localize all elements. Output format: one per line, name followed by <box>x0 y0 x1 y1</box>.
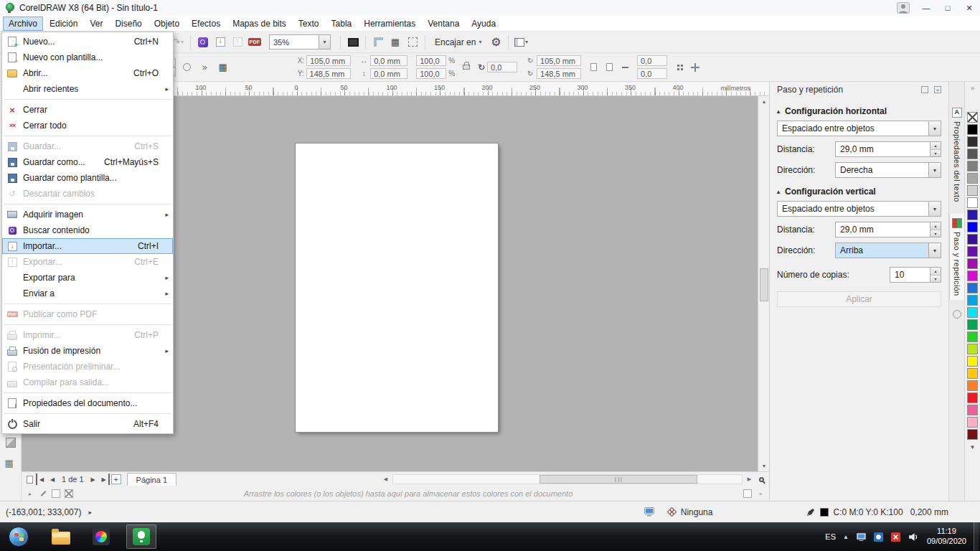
snap-options-button[interactable] <box>672 60 687 75</box>
docker-tab-paso-y-repeticion[interactable]: Paso y repetición <box>949 214 964 300</box>
fullscreen-preview-button[interactable] <box>344 34 362 51</box>
file-menu-item-abrir-recientes[interactable]: Abrir recientes▸ <box>2 81 173 97</box>
file-menu-item-cerrar-todo[interactable]: Cerrar todo <box>2 118 173 133</box>
file-menu-item-descartar-cambios[interactable]: Descartar cambios <box>2 186 173 202</box>
more-colors-icon[interactable]: » <box>756 489 765 498</box>
file-menu-item-guardar-como[interactable]: Guardar como...Ctrl+Mayús+S <box>2 154 173 170</box>
vertical-section-header[interactable]: ▴ Configuración vertical <box>777 187 941 197</box>
file-menu-item-nuevo[interactable]: Nuevo...Ctrl+N <box>2 34 173 50</box>
file-menu-item-propiedades-del-documento[interactable]: Propiedades del documento... <box>2 395 173 411</box>
first-page-button[interactable]: ◀ <box>36 474 46 485</box>
grid-settings-button[interactable]: ▦ <box>215 59 232 76</box>
document-color-button[interactable] <box>644 507 655 517</box>
file-menu-item-presentacion-preliminar[interactable]: Presentación preliminar... <box>2 359 173 375</box>
language-indicator[interactable]: ES <box>825 532 836 541</box>
minimize-button[interactable]: — <box>915 0 937 16</box>
color-swatch[interactable] <box>967 136 978 147</box>
spinner-buttons[interactable]: ▴▾ <box>930 222 941 237</box>
tray-volume-icon[interactable] <box>908 532 918 542</box>
search-content-button[interactable] <box>194 34 212 51</box>
menu-herramientas[interactable]: Herramientas <box>358 17 421 31</box>
flyout-arrow-icon[interactable]: ▸ <box>26 489 34 498</box>
spinner-buttons[interactable]: ▴▾ <box>930 268 941 282</box>
color-swatch[interactable] <box>967 392 978 403</box>
color-swatch[interactable] <box>967 246 978 257</box>
color-swatch[interactable] <box>967 429 978 440</box>
page-height-field[interactable]: 148,5 mm <box>537 68 581 79</box>
show-grid-button[interactable]: ▦ <box>387 34 404 51</box>
vertical-distance-value[interactable]: 29,0 mm <box>840 225 874 235</box>
eyedropper-tool-icon[interactable] <box>3 435 19 451</box>
file-menu-item-publicar-como-pdf[interactable]: Publicar como PDF <box>2 306 173 322</box>
docker-extra-icon[interactable] <box>953 310 961 319</box>
color-swatch[interactable] <box>967 234 978 245</box>
copies-value[interactable]: 10 <box>895 270 904 280</box>
file-menu-item-cerrar[interactable]: Cerrar <box>2 102 173 118</box>
publish-pdf-button[interactable]: PDF <box>246 34 263 51</box>
show-desktop-button[interactable] <box>974 522 979 551</box>
frame-icon[interactable] <box>52 489 60 498</box>
duplicate-x-field[interactable]: 0,0 <box>637 55 667 66</box>
color-swatch[interactable] <box>967 185 978 196</box>
color-swatch[interactable] <box>967 380 978 391</box>
last-page-button[interactable]: ▶ <box>100 474 110 485</box>
add-page-button[interactable]: + <box>111 474 121 484</box>
file-menu-item-guardar-como-plantilla[interactable]: Guardar como plantilla... <box>2 170 173 186</box>
show-rulers-button[interactable] <box>369 34 387 51</box>
horizontal-scrollbar[interactable] <box>392 474 743 484</box>
options-button[interactable]: ⚙ <box>487 34 504 51</box>
pb-misc-button-1[interactable] <box>585 60 601 75</box>
copies-spinner[interactable]: 10 ▴▾ <box>890 267 941 283</box>
menu-ventana[interactable]: Ventana <box>422 17 465 31</box>
scroll-down-button[interactable]: ▼ <box>758 461 769 471</box>
palette-flyout-icon[interactable]: » <box>971 85 974 95</box>
tray-alert-icon[interactable] <box>890 532 901 542</box>
overflow-chevron-icon[interactable]: » <box>202 62 207 72</box>
color-swatch[interactable] <box>967 161 978 171</box>
docker-close-icon[interactable]: × <box>934 86 941 93</box>
dropdown-caret-icon[interactable]: ▾ <box>928 243 941 258</box>
no-color-small-icon[interactable] <box>65 489 73 498</box>
color-swatch[interactable] <box>967 319 978 330</box>
file-menu-item-nuevo-con-plantilla[interactable]: Nuevo con plantilla... <box>2 50 173 65</box>
palette-options-icon[interactable] <box>743 489 752 498</box>
horizontal-section-header[interactable]: ▴ Configuración horizontal <box>777 106 941 116</box>
file-menu-item-buscar-contenido[interactable]: Buscar contenido <box>2 222 173 238</box>
file-menu-item-salir[interactable]: SalirAlt+F4 <box>2 416 173 432</box>
no-color-swatch[interactable] <box>967 112 978 123</box>
file-menu-item-fusion-de-impresion[interactable]: Fusión de impresión▸ <box>2 343 173 359</box>
color-swatch[interactable] <box>967 368 978 379</box>
object-height-field[interactable]: 0,0 mm <box>370 68 407 79</box>
horizontal-distance-spinner[interactable]: 29,0 mm ▴▾ <box>835 141 941 157</box>
x-position-field[interactable]: 105,0 mm <box>306 55 351 66</box>
taskbar-photopaint-button[interactable] <box>86 524 116 549</box>
start-button[interactable] <box>1 522 36 551</box>
color-swatch[interactable] <box>967 173 978 184</box>
taskbar-explorer-button[interactable] <box>46 524 76 549</box>
menu-ver[interactable]: Ver <box>84 17 108 31</box>
vertical-scrollbar-thumb[interactable] <box>760 268 768 301</box>
vertical-scrollbar[interactable]: ▲ ▼ <box>758 96 769 471</box>
scroll-up-button[interactable]: ▲ <box>758 96 769 107</box>
vertical-mode-dropdown[interactable]: Espaciado entre objetos ▾ <box>777 201 941 217</box>
apply-button[interactable]: Aplicar <box>777 291 941 307</box>
object-width-field[interactable]: 0,0 mm <box>370 55 407 66</box>
maximize-button[interactable]: □ <box>937 0 958 16</box>
workspace-button[interactable]: ▾ <box>512 34 529 51</box>
export-button[interactable] <box>229 34 246 51</box>
color-swatch[interactable] <box>967 124 978 135</box>
dropdown-caret-icon[interactable]: ▾ <box>928 121 941 136</box>
tray-expand-icon[interactable]: ▲ <box>843 534 849 540</box>
scroll-left-button[interactable]: ◀ <box>380 474 391 485</box>
tray-app-icon[interactable] <box>873 532 884 542</box>
lock-ratio-button[interactable] <box>459 58 473 77</box>
file-menu-item-exportar-para[interactable]: Exportar para▸ <box>2 270 173 286</box>
color-swatch[interactable] <box>967 356 978 367</box>
page-sorter-button[interactable] <box>24 474 34 485</box>
duplicate-y-field[interactable]: 0,0 <box>637 68 667 79</box>
coords-flyout-icon[interactable]: ▸ <box>88 509 92 516</box>
zoom-level-combo[interactable]: 35% ▾ <box>269 34 331 50</box>
color-swatch[interactable] <box>967 222 978 232</box>
menu-ayuda[interactable]: Ayuda <box>466 17 501 31</box>
page-orientation-button[interactable] <box>178 59 195 76</box>
